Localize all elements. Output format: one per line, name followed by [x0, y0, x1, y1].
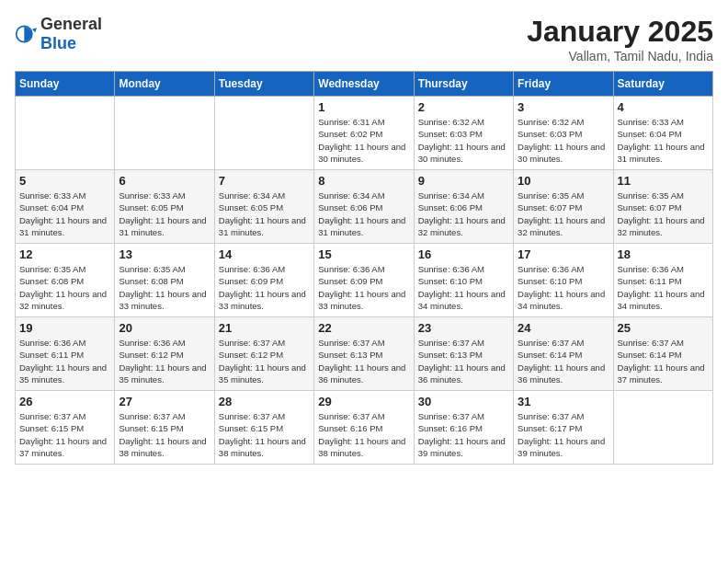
day-info: Sunrise: 6:35 AM Sunset: 6:08 PM Dayligh…	[119, 263, 210, 312]
day-info: Sunrise: 6:35 AM Sunset: 6:08 PM Dayligh…	[19, 263, 110, 312]
calendar-day-cell: 30Sunrise: 6:37 AM Sunset: 6:16 PM Dayli…	[414, 391, 513, 465]
calendar-day-cell: 27Sunrise: 6:37 AM Sunset: 6:15 PM Dayli…	[115, 391, 214, 465]
logo-blue: Blue	[40, 34, 76, 52]
calendar-day-cell: 4Sunrise: 6:33 AM Sunset: 6:04 PM Daylig…	[613, 97, 712, 170]
logo: General Blue	[15, 15, 102, 53]
day-number: 24	[518, 321, 609, 335]
day-number: 5	[19, 174, 110, 188]
day-info: Sunrise: 6:37 AM Sunset: 6:14 PM Dayligh…	[618, 337, 709, 385]
day-number: 11	[618, 174, 709, 188]
calendar-day-cell: 22Sunrise: 6:37 AM Sunset: 6:13 PM Dayli…	[314, 317, 414, 391]
day-number: 14	[219, 247, 310, 261]
calendar-day-cell	[214, 97, 313, 170]
calendar-day-cell: 15Sunrise: 6:36 AM Sunset: 6:09 PM Dayli…	[314, 244, 414, 317]
weekday-header-row: SundayMondayTuesdayWednesdayThursdayFrid…	[16, 72, 713, 97]
day-info: Sunrise: 6:37 AM Sunset: 6:15 PM Dayligh…	[119, 410, 210, 459]
day-number: 22	[318, 321, 409, 335]
month-title: January 2025	[527, 15, 713, 49]
day-info: Sunrise: 6:34 AM Sunset: 6:06 PM Dayligh…	[418, 190, 509, 238]
calendar-day-cell: 25Sunrise: 6:37 AM Sunset: 6:14 PM Dayli…	[613, 317, 712, 391]
calendar-table: SundayMondayTuesdayWednesdayThursdayFrid…	[15, 71, 713, 465]
logo-icon	[15, 23, 37, 45]
day-number: 30	[418, 395, 509, 408]
calendar-day-cell: 11Sunrise: 6:35 AM Sunset: 6:07 PM Dayli…	[613, 170, 712, 244]
day-number: 4	[618, 100, 709, 114]
day-info: Sunrise: 6:37 AM Sunset: 6:15 PM Dayligh…	[219, 410, 310, 459]
day-info: Sunrise: 6:32 AM Sunset: 6:03 PM Dayligh…	[418, 116, 509, 165]
day-info: Sunrise: 6:32 AM Sunset: 6:03 PM Dayligh…	[518, 116, 609, 165]
day-info: Sunrise: 6:35 AM Sunset: 6:07 PM Dayligh…	[618, 190, 709, 238]
day-number: 10	[518, 174, 609, 188]
day-number: 1	[318, 100, 409, 114]
day-number: 21	[219, 321, 310, 335]
calendar-day-cell: 26Sunrise: 6:37 AM Sunset: 6:15 PM Dayli…	[16, 391, 115, 465]
calendar-day-cell: 7Sunrise: 6:34 AM Sunset: 6:05 PM Daylig…	[214, 170, 313, 244]
calendar-day-cell	[613, 391, 712, 465]
day-number: 25	[618, 321, 709, 335]
day-info: Sunrise: 6:33 AM Sunset: 6:05 PM Dayligh…	[119, 190, 210, 238]
calendar-day-cell: 5Sunrise: 6:33 AM Sunset: 6:04 PM Daylig…	[16, 170, 115, 244]
day-info: Sunrise: 6:37 AM Sunset: 6:16 PM Dayligh…	[318, 410, 409, 459]
day-info: Sunrise: 6:36 AM Sunset: 6:10 PM Dayligh…	[518, 263, 609, 312]
day-info: Sunrise: 6:35 AM Sunset: 6:07 PM Dayligh…	[518, 190, 609, 238]
day-info: Sunrise: 6:33 AM Sunset: 6:04 PM Dayligh…	[19, 190, 110, 238]
calendar-day-cell: 1Sunrise: 6:31 AM Sunset: 6:02 PM Daylig…	[314, 97, 414, 170]
day-info: Sunrise: 6:33 AM Sunset: 6:04 PM Dayligh…	[618, 116, 709, 165]
calendar-day-cell: 29Sunrise: 6:37 AM Sunset: 6:16 PM Dayli…	[314, 391, 414, 465]
day-number: 31	[518, 395, 609, 408]
day-number: 23	[418, 321, 509, 335]
day-number: 13	[119, 247, 210, 261]
calendar-day-cell	[115, 97, 214, 170]
day-number: 27	[119, 395, 210, 408]
header: General Blue January 2025 Vallam, Tamil …	[15, 15, 713, 63]
calendar-week-row: 1Sunrise: 6:31 AM Sunset: 6:02 PM Daylig…	[16, 97, 713, 170]
day-number: 8	[318, 174, 409, 188]
day-number: 26	[19, 395, 110, 408]
calendar-day-cell: 6Sunrise: 6:33 AM Sunset: 6:05 PM Daylig…	[115, 170, 214, 244]
calendar-day-cell: 14Sunrise: 6:36 AM Sunset: 6:09 PM Dayli…	[214, 244, 313, 317]
day-number: 17	[518, 247, 609, 261]
calendar-day-cell: 2Sunrise: 6:32 AM Sunset: 6:03 PM Daylig…	[414, 97, 513, 170]
day-info: Sunrise: 6:36 AM Sunset: 6:10 PM Dayligh…	[418, 263, 509, 312]
day-number: 15	[318, 247, 409, 261]
day-number: 12	[19, 247, 110, 261]
calendar-week-row: 19Sunrise: 6:36 AM Sunset: 6:11 PM Dayli…	[16, 317, 713, 391]
location-title: Vallam, Tamil Nadu, India	[527, 49, 713, 63]
day-info: Sunrise: 6:36 AM Sunset: 6:11 PM Dayligh…	[618, 263, 709, 312]
day-number: 29	[318, 395, 409, 408]
weekday-header: Tuesday	[214, 72, 313, 97]
day-info: Sunrise: 6:31 AM Sunset: 6:02 PM Dayligh…	[318, 116, 409, 165]
day-number: 20	[119, 321, 210, 335]
day-info: Sunrise: 6:37 AM Sunset: 6:16 PM Dayligh…	[418, 410, 509, 459]
day-number: 3	[518, 100, 609, 114]
calendar-day-cell: 19Sunrise: 6:36 AM Sunset: 6:11 PM Dayli…	[16, 317, 115, 391]
calendar-day-cell: 10Sunrise: 6:35 AM Sunset: 6:07 PM Dayli…	[514, 170, 613, 244]
day-info: Sunrise: 6:37 AM Sunset: 6:15 PM Dayligh…	[19, 410, 110, 459]
day-number: 28	[219, 395, 310, 408]
day-info: Sunrise: 6:36 AM Sunset: 6:09 PM Dayligh…	[219, 263, 310, 312]
day-info: Sunrise: 6:37 AM Sunset: 6:14 PM Dayligh…	[518, 337, 609, 385]
calendar-day-cell: 28Sunrise: 6:37 AM Sunset: 6:15 PM Dayli…	[214, 391, 313, 465]
calendar-day-cell: 17Sunrise: 6:36 AM Sunset: 6:10 PM Dayli…	[514, 244, 613, 317]
day-info: Sunrise: 6:34 AM Sunset: 6:06 PM Dayligh…	[318, 190, 409, 238]
day-number: 7	[219, 174, 310, 188]
day-info: Sunrise: 6:37 AM Sunset: 6:13 PM Dayligh…	[318, 337, 409, 385]
logo-text: General Blue	[40, 15, 102, 53]
weekday-header: Monday	[115, 72, 214, 97]
calendar-week-row: 26Sunrise: 6:37 AM Sunset: 6:15 PM Dayli…	[16, 391, 713, 465]
title-area: January 2025 Vallam, Tamil Nadu, India	[527, 15, 713, 63]
calendar-day-cell: 13Sunrise: 6:35 AM Sunset: 6:08 PM Dayli…	[115, 244, 214, 317]
calendar-day-cell: 3Sunrise: 6:32 AM Sunset: 6:03 PM Daylig…	[514, 97, 613, 170]
weekday-header: Sunday	[16, 72, 115, 97]
calendar-day-cell: 18Sunrise: 6:36 AM Sunset: 6:11 PM Dayli…	[613, 244, 712, 317]
day-number: 18	[618, 247, 709, 261]
logo-general: General	[40, 15, 102, 33]
day-number: 6	[119, 174, 210, 188]
day-info: Sunrise: 6:36 AM Sunset: 6:12 PM Dayligh…	[119, 337, 210, 385]
day-info: Sunrise: 6:36 AM Sunset: 6:09 PM Dayligh…	[318, 263, 409, 312]
calendar-day-cell: 24Sunrise: 6:37 AM Sunset: 6:14 PM Dayli…	[514, 317, 613, 391]
weekday-header: Friday	[514, 72, 613, 97]
day-info: Sunrise: 6:37 AM Sunset: 6:12 PM Dayligh…	[219, 337, 310, 385]
calendar-day-cell: 12Sunrise: 6:35 AM Sunset: 6:08 PM Dayli…	[16, 244, 115, 317]
weekday-header: Wednesday	[314, 72, 414, 97]
